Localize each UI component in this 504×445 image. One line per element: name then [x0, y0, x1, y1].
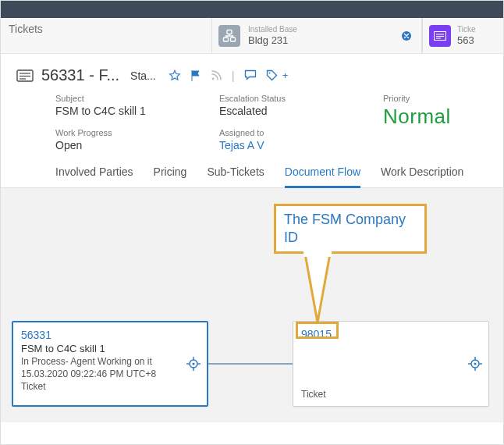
callout-pointer: [274, 249, 367, 327]
flow-card-id[interactable]: 98015: [301, 328, 481, 340]
flow-card-timestamp: 15.03.2020 09:22:46 PM UTC+8: [21, 368, 199, 379]
work-progress-label: Work Progress: [55, 128, 188, 137]
tab-document-flow[interactable]: Document Flow: [285, 166, 360, 188]
svg-rect-0: [227, 30, 232, 34]
add-icon[interactable]: +: [282, 69, 289, 81]
priority-label: Priority: [383, 94, 451, 103]
svg-point-13: [268, 73, 270, 74]
svg-marker-26: [305, 254, 330, 322]
context-right-value: 563: [457, 34, 476, 47]
flow-card-source[interactable]: 56331 FSM to C4C skill 1 In Process- Age…: [12, 321, 208, 407]
flow-card-type: Ticket: [21, 381, 199, 392]
field-assigned: Assigned to Tejas A V: [219, 128, 352, 151]
flow-card-status: In Process- Agent Working on it: [21, 356, 199, 367]
tab-work-description[interactable]: Work Description: [381, 166, 463, 187]
context-pill[interactable]: Installed Base Bldg 231: [211, 18, 422, 53]
pill-label: Installed Base: [248, 25, 390, 34]
ticket-header-icon: [16, 69, 34, 82]
flag-icon[interactable]: [190, 69, 201, 82]
pill-value: Bldg 231: [248, 34, 390, 47]
svg-point-15: [193, 363, 195, 365]
header-status: Sta...: [130, 69, 156, 82]
tab-pricing[interactable]: Pricing: [154, 166, 187, 187]
header-row: 56331 - F... Sta... | +: [1, 54, 503, 91]
tab-sub-tickets[interactable]: Sub-Tickets: [207, 166, 264, 187]
context-right-pill[interactable]: Ticke 563: [422, 18, 503, 53]
subject-label: Subject: [55, 94, 188, 103]
top-bar: [1, 1, 503, 18]
context-title: Tickets: [1, 18, 211, 53]
document-flow-canvas[interactable]: 56331 FSM to C4C skill 1 In Process- Age…: [1, 188, 503, 422]
context-right-label: Ticke: [457, 25, 476, 34]
details-col-2: Escalation Status Escalated Assigned to …: [219, 94, 352, 151]
tab-bar: Involved Parties Pricing Sub-Tickets Doc…: [1, 159, 503, 188]
escalation-label: Escalation Status: [219, 94, 352, 103]
work-progress-value: Open: [55, 139, 188, 151]
header-actions: | +: [169, 69, 289, 82]
callout-line1: The FSM Company: [284, 212, 406, 227]
svg-rect-1: [224, 37, 229, 41]
flow-card-id[interactable]: 56331: [21, 329, 199, 341]
svg-point-21: [474, 363, 477, 365]
focus-target-icon[interactable]: [186, 357, 201, 371]
details-grid: Subject FSM to C4C skill 1 Work Progress…: [1, 91, 503, 159]
field-subject: Subject FSM to C4C skill 1: [55, 94, 188, 117]
focus-target-icon[interactable]: [468, 357, 482, 371]
flow-card-title: FSM to C4C skill 1: [21, 343, 199, 354]
context-row: Tickets Installed Base Bldg 231 Ticke 56…: [1, 18, 503, 54]
feed-icon[interactable]: [211, 69, 222, 81]
assigned-label: Assigned to: [219, 128, 352, 137]
pill-text: Installed Base Bldg 231: [248, 25, 390, 47]
comment-icon[interactable]: [244, 69, 257, 81]
field-priority: Priority Normal: [383, 94, 451, 129]
close-icon[interactable]: [398, 27, 415, 44]
tab-involved-parties[interactable]: Involved Parties: [55, 166, 133, 187]
details-col-1: Subject FSM to C4C skill 1 Work Progress…: [55, 94, 188, 151]
escalation-value: Escalated: [219, 105, 352, 117]
assigned-value[interactable]: Tejas A V: [219, 139, 352, 151]
field-escalation: Escalation Status Escalated: [219, 94, 352, 117]
page-title: 56331 - F...: [41, 66, 119, 84]
ticket-icon: [429, 25, 451, 47]
flow-card-target[interactable]: 98015 Ticket: [293, 321, 489, 407]
flow-card-type: Ticket: [301, 389, 326, 400]
subject-value: FSM to C4C skill 1: [55, 105, 188, 117]
svg-point-12: [211, 78, 214, 80]
flow-connector: [208, 363, 293, 365]
separator: |: [232, 69, 235, 82]
installed-base-icon: [218, 25, 240, 47]
annotation-callout: The FSM Company ID: [274, 204, 427, 254]
app-frame: Tickets Installed Base Bldg 231 Ticke 56…: [0, 0, 504, 445]
field-work-progress: Work Progress Open: [55, 128, 188, 151]
priority-value: Normal: [383, 105, 451, 129]
svg-rect-2: [231, 37, 236, 41]
tag-icon[interactable]: [266, 69, 278, 81]
favorite-star-icon[interactable]: [169, 69, 181, 82]
callout-line2: ID: [284, 230, 298, 245]
details-col-3: Priority Normal: [383, 94, 453, 151]
context-right-text: Ticke 563: [457, 25, 476, 47]
